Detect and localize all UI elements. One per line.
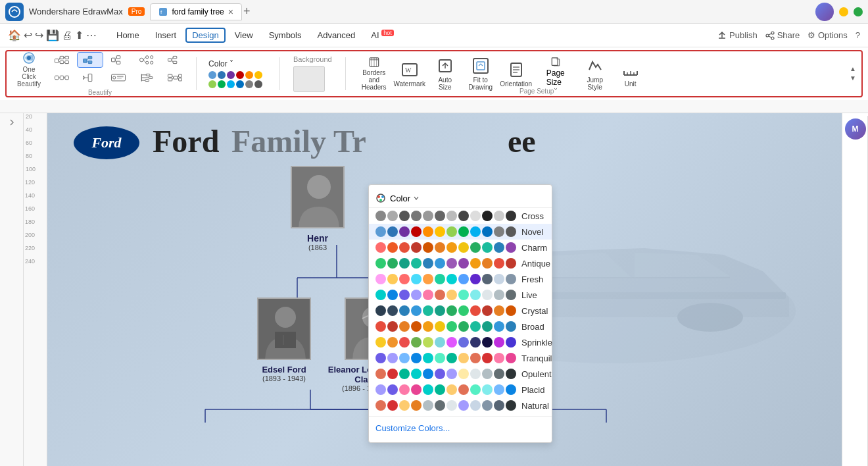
customize-colors-btn[interactable]: Customize Colors...: [369, 419, 552, 437]
scheme-placid[interactable]: Placid: [369, 382, 552, 398]
minimize-btn[interactable]: [839, 7, 848, 16]
bg-control-1[interactable]: [293, 66, 325, 92]
henry-ford-section: Henr (1863: [291, 166, 345, 251]
maximize-btn[interactable]: [854, 7, 863, 16]
scheme-opulent-dots: [375, 369, 516, 379]
auto-size-btn[interactable]: AutoSize: [430, 57, 460, 91]
menu-view[interactable]: View: [228, 28, 260, 43]
publish-btn[interactable]: Publish: [717, 30, 758, 40]
redo-btn[interactable]: ↪: [35, 29, 43, 41]
svg-rect-35: [173, 56, 177, 59]
scheme-charm-name: Charm: [516, 243, 547, 253]
scheme-charm[interactable]: Charm: [369, 240, 552, 255]
svg-rect-50: [117, 78, 122, 78]
scheme-crystal-name: Crystal: [516, 306, 548, 316]
scheme-opulent[interactable]: Opulent: [369, 366, 552, 382]
jump-style-btn[interactable]: JumpStyle: [580, 57, 610, 91]
home-nav-btn[interactable]: 🏠: [8, 29, 21, 41]
ford-title-end: ee: [508, 123, 536, 159]
scheme-antique[interactable]: Antique: [369, 255, 552, 271]
svg-rect-23: [116, 55, 120, 58]
scheme-natural[interactable]: Natural: [369, 398, 552, 413]
svg-point-7: [27, 56, 31, 60]
layout-btn-9[interactable]: [133, 70, 160, 86]
menu-ai[interactable]: AI hot: [364, 27, 400, 43]
layout-btn-2[interactable]: [77, 52, 103, 68]
layout-btn-10[interactable]: [162, 70, 188, 86]
beautify-section-label: Beautify: [88, 89, 112, 96]
menu-symbols[interactable]: Symbols: [262, 28, 308, 43]
tab-close-btn[interactable]: ×: [228, 7, 233, 17]
svg-rect-24: [116, 61, 120, 64]
layout-btn-3[interactable]: [105, 52, 132, 68]
watermark-btn[interactable]: W Watermark: [395, 57, 425, 91]
svg-rect-100: [275, 332, 296, 348]
scheme-cross[interactable]: Cross: [369, 208, 552, 224]
edsel-ford-dates: (1893 - 1943): [251, 375, 317, 382]
color-btn[interactable]: Color ˅: [205, 57, 272, 91]
divider-1: [196, 57, 197, 90]
publish-icon: [717, 31, 727, 40]
tab-ford-family-tree[interactable]: f ford family tree ×: [150, 3, 242, 20]
user-avatar[interactable]: [815, 3, 834, 21]
layout-btn-4[interactable]: [133, 52, 160, 68]
layout-btn-8[interactable]: [105, 70, 132, 86]
dropdown-divider: [369, 416, 552, 417]
options-btn[interactable]: ⚙ Options: [808, 30, 847, 40]
help-btn[interactable]: ?: [856, 30, 860, 40]
tab-bar: f ford family tree × +: [150, 3, 810, 20]
share-btn[interactable]: Share: [765, 30, 800, 40]
svg-point-48: [113, 76, 116, 78]
scroll-down-btn[interactable]: ▼: [850, 74, 856, 83]
layout-btn-6[interactable]: [49, 70, 75, 86]
orientation-btn[interactable]: Orientation: [501, 57, 531, 91]
svg-rect-13: [65, 56, 69, 59]
svg-rect-40: [60, 76, 64, 80]
beautify-group: One ClickBeautify: [12, 52, 188, 86]
layout-btn-5[interactable]: [162, 52, 188, 68]
scheme-novel[interactable]: Novel: [369, 224, 552, 240]
menu-right: Publish Share ⚙ Options ?: [717, 30, 860, 40]
menu-insert[interactable]: Insert: [149, 28, 183, 43]
menu-advanced[interactable]: Advanced: [310, 28, 362, 43]
scheme-fresh[interactable]: Fresh: [369, 271, 552, 287]
edsel-ford-photo: [257, 298, 311, 360]
ford-logo: Ford: [74, 126, 139, 159]
borders-headers-btn[interactable]: Borders andHeaders: [359, 57, 389, 91]
divider-3: [345, 57, 346, 90]
layout-btn-7[interactable]: [77, 70, 103, 86]
scheme-sprinkle[interactable]: Sprinkle: [369, 334, 552, 350]
scheme-broad[interactable]: Broad: [369, 319, 552, 334]
svg-rect-34: [168, 58, 172, 61]
menu-design[interactable]: Design: [185, 28, 225, 43]
svg-point-116: [379, 199, 382, 201]
collapse-btn[interactable]: [3, 116, 21, 129]
save-btn[interactable]: 💾: [46, 29, 59, 41]
scroll-up-btn[interactable]: ▲: [850, 65, 856, 74]
scheme-opulent-name: Opulent: [516, 369, 552, 379]
menu-home[interactable]: Home: [110, 28, 146, 43]
unit-btn[interactable]: Unit: [615, 57, 646, 91]
print-btn[interactable]: 🖨: [62, 30, 72, 41]
svg-rect-55: [168, 78, 172, 80]
svg-rect-51: [146, 74, 150, 76]
svg-point-28: [146, 55, 149, 58]
ford-logo-text: Ford: [91, 134, 121, 151]
canvas-area[interactable]: Ford Ford Family Tr ee Henr (1863: [47, 113, 842, 466]
one-click-beautify-btn[interactable]: One ClickBeautify: [12, 52, 46, 86]
page-size-btn[interactable]: PageSize: [537, 57, 575, 91]
more-btn[interactable]: ⋯: [86, 29, 97, 41]
export-btn[interactable]: ⬆: [75, 29, 84, 41]
scheme-crystal-dots: [375, 305, 516, 316]
scheme-tranquil[interactable]: Tranquil: [369, 350, 552, 366]
svg-rect-41: [65, 76, 69, 80]
undo-btn[interactable]: ↩: [24, 29, 32, 41]
new-tab-btn[interactable]: +: [243, 5, 251, 18]
page-size-label: PageSize: [546, 68, 565, 87]
layout-btn-1[interactable]: [49, 52, 75, 68]
background-label: Background: [293, 55, 332, 63]
svg-point-114: [377, 195, 380, 198]
scheme-live[interactable]: Live: [369, 287, 552, 303]
fit-to-drawing-btn[interactable]: Fit toDrawing: [466, 57, 496, 91]
scheme-crystal[interactable]: Crystal: [369, 303, 552, 319]
